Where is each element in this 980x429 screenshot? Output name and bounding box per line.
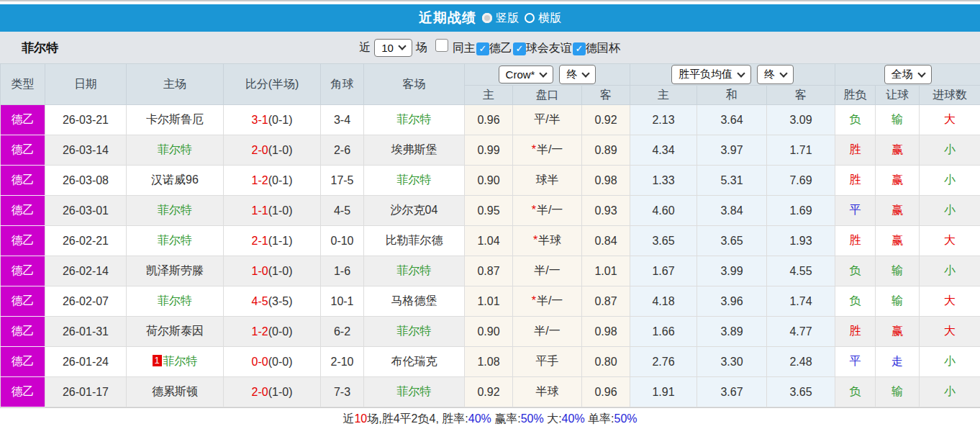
- team-name[interactable]: 菲尔特: [158, 204, 192, 216]
- team-name[interactable]: 卡尔斯鲁厄: [146, 113, 204, 125]
- team-name[interactable]: 马格德堡: [391, 294, 437, 307]
- team-name[interactable]: 比勒菲尔德: [386, 234, 443, 246]
- avg-home-cell: 4.60: [630, 196, 697, 226]
- team-name[interactable]: 埃弗斯堡: [391, 143, 437, 155]
- sub-col-header: 盘口: [513, 86, 582, 105]
- avg-draw-cell: 3.97: [697, 135, 767, 166]
- date-cell: 26-03-14: [45, 135, 127, 166]
- col-header-away: 客场: [364, 64, 465, 105]
- col-header-corners: 角球: [321, 64, 364, 105]
- score-cell: 2-1(1-1): [224, 226, 321, 256]
- result-text: 胜: [850, 234, 861, 246]
- checkbox-label[interactable]: 德国杯: [586, 42, 620, 54]
- team-name[interactable]: 汉诺威96: [151, 173, 199, 186]
- odds-away-cell: 0.84: [582, 226, 630, 256]
- radio-selected-icon[interactable]: [482, 13, 492, 23]
- odds-company-select[interactable]: Crow*: [499, 66, 554, 83]
- checkbox-checked-icon[interactable]: ✓: [573, 42, 586, 55]
- date-cell: 26-03-01: [45, 196, 127, 226]
- scope-select[interactable]: 全场: [884, 65, 932, 84]
- table-row: 德乙26-01-31荷尔斯泰因1-2(0-0)6-2菲尔特0.90半/一0.98…: [1, 317, 980, 347]
- result-cell: 负: [835, 105, 876, 135]
- avg-draw-cell: 3.64: [697, 105, 767, 135]
- league-type-cell: 德乙: [1, 196, 45, 226]
- team-name[interactable]: 菲尔特: [397, 113, 432, 125]
- team-name[interactable]: 布伦瑞克: [391, 355, 437, 367]
- result-cell: 负: [835, 377, 876, 407]
- avg-type-select[interactable]: 胜平负均值: [671, 65, 751, 84]
- team-name[interactable]: 菲尔特: [397, 173, 432, 186]
- date-cell: 26-01-31: [45, 317, 127, 347]
- handicap-cell: 球半: [513, 166, 582, 196]
- team-name[interactable]: 菲尔特: [158, 294, 192, 307]
- avg-away-cell: 4.77: [767, 317, 835, 347]
- home-team-cell: 菲尔特: [127, 226, 224, 256]
- odds-time-value: 终: [566, 68, 577, 81]
- radio-unselected-icon[interactable]: [525, 13, 535, 23]
- checkbox-checked-icon[interactable]: ✓: [476, 42, 489, 55]
- checkbox-label[interactable]: 同主: [453, 42, 476, 54]
- avg-draw-cell: 3.30: [697, 347, 767, 377]
- handicap-cell: 平/半: [513, 105, 582, 135]
- odds-time-select[interactable]: 终: [559, 65, 596, 84]
- full-score: 2-0: [252, 144, 268, 156]
- team-name[interactable]: 荷尔斯泰因: [146, 325, 204, 337]
- team-name[interactable]: 菲尔特: [397, 385, 432, 397]
- page-title: 近期战绩: [419, 9, 476, 27]
- corners-cell: 7-3: [321, 377, 364, 407]
- result-text: 负: [850, 113, 861, 125]
- match-count-select[interactable]: 10: [374, 39, 412, 57]
- team-name[interactable]: 菲尔特: [397, 264, 432, 276]
- checkbox-label[interactable]: 球会友谊: [526, 42, 572, 54]
- handicap-result-cell: 赢: [876, 196, 920, 226]
- avg-home-cell: 1.66: [630, 317, 697, 347]
- summary-segment: 大:: [544, 412, 562, 427]
- full-score: 0-0: [252, 356, 268, 368]
- league-type-cell: 德乙: [1, 377, 45, 407]
- team-name[interactable]: 菲尔特: [397, 325, 432, 337]
- team-name[interactable]: 沙尔克04: [391, 204, 438, 216]
- score-cell: 1-1(1-0): [224, 196, 321, 226]
- full-score: 2-1: [252, 235, 268, 247]
- result-text: 小: [944, 204, 956, 216]
- avg-type-value: 胜平负均值: [679, 68, 732, 81]
- odds-away-cell: 0.87: [582, 286, 630, 317]
- chevron-down-icon: [917, 69, 925, 77]
- avg-time-select[interactable]: 终: [757, 65, 794, 84]
- layout-vertical-option[interactable]: 竖版: [482, 11, 519, 26]
- away-team-cell: 菲尔特: [364, 317, 465, 347]
- avg-draw-cell: 3.96: [697, 286, 767, 317]
- table-row: 德乙26-03-14菲尔特2-0(1-0)2-6埃弗斯堡0.99*半/一0.89…: [1, 135, 980, 166]
- half-score: (0-0): [268, 356, 293, 368]
- team-name[interactable]: 菲尔特: [158, 234, 192, 246]
- team-name[interactable]: 凯泽斯劳滕: [146, 264, 204, 276]
- score-cell: 2-0(1-0): [224, 135, 321, 166]
- team-name[interactable]: 菲尔特: [163, 355, 198, 367]
- score-cell: 1-2(0-0): [224, 317, 321, 347]
- result-cell: 胜: [835, 317, 876, 347]
- result-cell: 胜: [835, 226, 876, 256]
- result-text: 平: [850, 204, 861, 216]
- checkbox-unchecked-icon[interactable]: [435, 39, 448, 52]
- goals-result-cell: 大: [920, 286, 980, 317]
- team-name[interactable]: 菲尔特: [158, 143, 192, 155]
- avg-time-value: 终: [764, 68, 775, 81]
- handicap-cell: 半球: [513, 377, 582, 407]
- home-team-cell: 1菲尔特: [127, 347, 224, 377]
- goals-result-cell: 小: [920, 347, 980, 377]
- layout-horizontal-option[interactable]: 横版: [525, 11, 561, 26]
- odds-away-cell: 0.98: [582, 317, 630, 347]
- full-score: 1-2: [252, 174, 268, 186]
- avg-away-cell: 1.74: [767, 286, 835, 317]
- away-team-cell: 菲尔特: [364, 105, 465, 135]
- avg-home-cell: 1.91: [630, 377, 697, 407]
- avg-home-cell: 3.65: [630, 226, 697, 256]
- goals-result-cell: 小: [920, 256, 980, 286]
- checkbox-label[interactable]: 德乙: [489, 42, 512, 54]
- checkbox-checked-icon[interactable]: ✓: [513, 42, 526, 55]
- team-name[interactable]: 德累斯顿: [152, 385, 198, 397]
- half-score: (1-0): [268, 386, 293, 398]
- result-text: 小: [944, 355, 956, 367]
- odds-away-cell: 0.89: [582, 135, 630, 166]
- summary-segment: 40%: [468, 412, 491, 425]
